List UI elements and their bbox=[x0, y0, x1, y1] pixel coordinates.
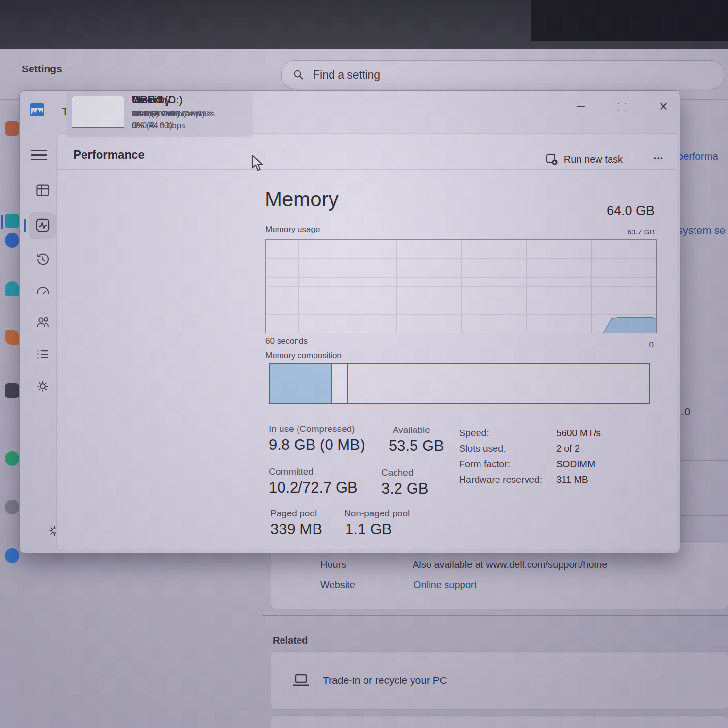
sidebar-item-sub: NVIDIA GeForce RTX ... bbox=[132, 109, 221, 119]
app-history-tab-icon[interactable] bbox=[35, 252, 50, 266]
settings-nav-personalization-icon[interactable] bbox=[5, 330, 19, 345]
detail-label: Slots used: bbox=[459, 443, 506, 454]
more-options-button[interactable]: ●●● bbox=[653, 155, 663, 161]
close-button[interactable]: ✕ bbox=[652, 97, 675, 117]
settings-nav-home-icon[interactable] bbox=[5, 121, 19, 136]
composition-in-use-segment bbox=[270, 364, 332, 403]
settings-row-separator bbox=[681, 460, 728, 461]
stat-label: Paged pool bbox=[270, 508, 317, 519]
settings-partial-link-system[interactable]: system se bbox=[678, 224, 726, 237]
sidebar-item-title: GPU 1 bbox=[132, 94, 164, 106]
settings-section-divider bbox=[262, 615, 728, 616]
processes-tab-icon[interactable] bbox=[35, 183, 50, 198]
related-heading: Related bbox=[273, 635, 308, 646]
laptop-icon bbox=[292, 673, 310, 688]
stat-value: 9.8 GB (0 MB) bbox=[269, 436, 365, 454]
search-input[interactable]: Find a setting bbox=[281, 60, 724, 89]
chart-x-left-label: 60 seconds bbox=[265, 336, 308, 346]
close-icon: ✕ bbox=[659, 100, 668, 114]
menu-toggle-button[interactable] bbox=[31, 147, 47, 160]
detail-value: 5600 MT/s bbox=[556, 428, 601, 439]
stat-value: 10.2/72.7 GB bbox=[269, 479, 358, 496]
maximize-icon bbox=[618, 103, 626, 111]
users-tab-icon[interactable] bbox=[35, 315, 50, 330]
monitor-bezel-block bbox=[531, 0, 728, 41]
panel-header-divider bbox=[57, 169, 676, 170]
sidebar-item-sub2: 0% (44 °C) bbox=[132, 121, 172, 131]
composition-free-segment bbox=[348, 364, 649, 403]
related-card-label: Trade-in or recycle your PC bbox=[323, 675, 447, 686]
memory-usage-chart bbox=[265, 239, 657, 333]
chart-x-right-label: 0 bbox=[649, 340, 654, 350]
detail-label: Form factor: bbox=[459, 459, 510, 470]
services-tab-icon[interactable] bbox=[35, 379, 50, 394]
stat-value: 339 MB bbox=[270, 521, 322, 538]
settings-nav-selected-indicator bbox=[1, 215, 3, 229]
support-row-label: Website bbox=[320, 579, 355, 590]
memory-usage-series bbox=[266, 240, 656, 333]
search-icon bbox=[293, 69, 304, 81]
support-row-value: Also available at www.dell.com/support/h… bbox=[413, 559, 704, 570]
task-manager-app-icon bbox=[30, 103, 44, 116]
gpu1-thumbnail-graph bbox=[72, 96, 124, 128]
detail-value: 2 of 2 bbox=[556, 443, 580, 454]
task-manager-window: Task Manager ✕ Performance Run new task … bbox=[19, 90, 680, 553]
minimize-icon bbox=[577, 106, 585, 107]
settings-nav-update-icon[interactable] bbox=[5, 548, 19, 563]
detail-label: Speed: bbox=[459, 428, 489, 439]
settings-nav-apps-icon[interactable] bbox=[5, 383, 19, 398]
run-new-task-button[interactable]: Run new task bbox=[546, 153, 623, 165]
stat-label: Cached bbox=[381, 467, 414, 478]
stat-value: 53.5 GB bbox=[389, 437, 444, 455]
search-placeholder: Find a setting bbox=[313, 68, 380, 82]
settings-row-separator bbox=[681, 515, 728, 516]
screen-photo: Settings Find a setting performa system … bbox=[0, 0, 728, 728]
performance-tab-icon[interactable] bbox=[35, 218, 50, 232]
support-row-label: Hours bbox=[320, 559, 346, 570]
mouse-cursor bbox=[251, 155, 266, 172]
online-support-link[interactable]: Online support bbox=[414, 579, 608, 591]
related-card-product-key[interactable]: Product key and activation bbox=[271, 715, 728, 728]
page-title: Performance bbox=[73, 148, 145, 162]
settings-partial-link-performance[interactable]: performa bbox=[678, 150, 718, 162]
memory-pane-title: Memory bbox=[265, 188, 339, 211]
settings-app-title: Settings bbox=[22, 63, 62, 75]
stat-label: Non-paged pool bbox=[344, 508, 410, 519]
stat-label: Committed bbox=[269, 466, 314, 477]
rail-selected-indicator bbox=[24, 219, 26, 232]
settings-nav-bluetooth-icon[interactable] bbox=[5, 233, 19, 248]
memory-usage-label: Memory usage bbox=[265, 225, 320, 234]
toolbar-separator bbox=[631, 152, 631, 169]
settings-nav-display-icon[interactable] bbox=[5, 214, 19, 228]
settings-nav-time-icon[interactable] bbox=[5, 500, 19, 514]
stat-label: In use (Compressed) bbox=[269, 424, 355, 434]
sidebar-item-gpu1[interactable]: GPU 1 NVIDIA GeForce RTX ... 0% (44 °C) bbox=[66, 91, 253, 137]
detail-value: SODIMM bbox=[556, 459, 595, 470]
composition-modified-segment bbox=[332, 364, 348, 403]
stat-value: 3.2 GB bbox=[381, 480, 429, 497]
memory-composition-bar bbox=[269, 363, 650, 404]
support-row-hours: Hours Also available at www.dell.com/sup… bbox=[320, 559, 346, 570]
details-tab-icon[interactable] bbox=[35, 347, 50, 362]
memory-total-value: 64.0 GB bbox=[607, 203, 655, 218]
minimize-button[interactable] bbox=[569, 97, 593, 117]
stat-value: 1.1 GB bbox=[345, 521, 392, 538]
startup-apps-tab-icon[interactable] bbox=[35, 284, 50, 298]
run-new-task-label: Run new task bbox=[564, 154, 623, 165]
stat-label: Available bbox=[393, 425, 430, 435]
maximize-button[interactable] bbox=[610, 97, 633, 117]
related-card-tradein[interactable]: Trade-in or recycle your PC bbox=[271, 651, 728, 710]
run-new-task-icon bbox=[546, 153, 558, 165]
detail-value: 311 MB bbox=[556, 474, 588, 485]
settings-partial-number: .0 bbox=[681, 406, 690, 418]
support-row-website: Website Online support bbox=[320, 579, 355, 591]
task-manager-panel bbox=[56, 133, 677, 549]
settings-nav-accounts-icon[interactable] bbox=[5, 451, 19, 466]
memory-composition-label: Memory composition bbox=[265, 351, 342, 361]
memory-scale-max: 63.7 GB bbox=[627, 228, 655, 236]
settings-nav-network-icon[interactable] bbox=[5, 281, 19, 296]
detail-label: Hardware reserved: bbox=[459, 474, 542, 485]
